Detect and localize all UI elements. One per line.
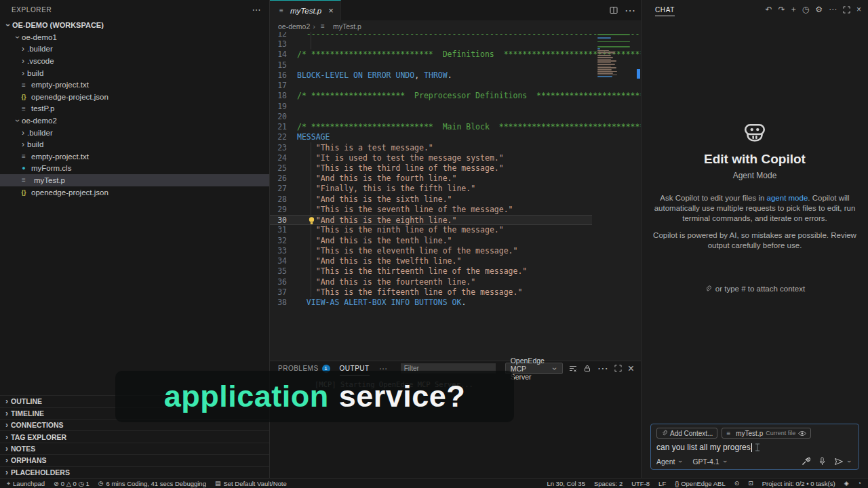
lightbulb-icon[interactable]	[308, 216, 315, 225]
maximize-icon[interactable]	[843, 6, 850, 14]
code-line-25[interactable]: 25 "This is the third line of the messag…	[270, 163, 592, 174]
vault-note-status[interactable]: ▤Set Default Vault/Note	[215, 480, 287, 487]
code-line-29[interactable]: 29 "This is the seventh line of the mess…	[270, 205, 592, 215]
code-line-32[interactable]: 32 "And this is the tenth line."	[270, 236, 592, 246]
code-line-17[interactable]: 17	[270, 81, 592, 91]
tree-item-empty-project-txt[interactable]: ≡empty-project.txt	[0, 150, 269, 163]
code-line-14[interactable]: 14/* ************************** Definiti…	[270, 49, 592, 60]
code-line-13[interactable]: 13	[270, 39, 592, 49]
code-line-19[interactable]: 19	[270, 102, 592, 112]
code-line-33[interactable]: 33 "This is the eleventh line of the mes…	[270, 246, 592, 256]
agent-mode-select[interactable]: Agent›	[656, 458, 683, 466]
encoding[interactable]: UTF-8	[631, 480, 650, 487]
code-line-30[interactable]: 30 "And this is the eighth line."	[270, 215, 592, 225]
section-orphans[interactable]: ›ORPHANS	[0, 454, 269, 466]
code-line-20[interactable]: 20	[270, 112, 592, 122]
code-line-24[interactable]: 24 "It is used to test the message syste…	[270, 153, 592, 163]
maximize-icon[interactable]	[614, 365, 622, 372]
add-context-button[interactable]: Add Context...	[656, 428, 717, 439]
context-file-chip[interactable]: ≡ myTest.p Current file	[722, 428, 811, 439]
breadcrumb-folder[interactable]: oe-demo2	[278, 22, 310, 30]
tree-item-openedge-project-json[interactable]: {}openedge-project.json	[0, 91, 269, 103]
tree-item-build[interactable]: ›build	[0, 67, 269, 79]
tree-item-mytest-p[interactable]: ≡myTest.p	[0, 174, 269, 186]
more-horizontal-icon[interactable]: ⋯	[625, 4, 635, 17]
code-line-12[interactable]: 12 -------------------------------------…	[270, 32, 592, 39]
copilot-status[interactable]: ⊙	[734, 480, 740, 487]
code-line-18[interactable]: 18/* ******************** Preprocessor D…	[270, 91, 592, 101]
clear-output-icon[interactable]	[569, 365, 577, 373]
problems-status[interactable]: ⊘ 0 △ 0 ◷ 1	[54, 480, 90, 487]
cursor-position[interactable]: Ln 30, Col 35	[547, 480, 585, 487]
model-select[interactable]: GPT-4.1›	[692, 458, 727, 466]
tree-item-testp-p[interactable]: ≡testP.p	[0, 103, 269, 115]
split-editor-icon[interactable]	[610, 6, 618, 14]
undo-icon[interactable]: ↶	[766, 5, 772, 14]
tree-item-build[interactable]: ›build	[0, 138, 269, 150]
code-line-31[interactable]: 31 "This is the ninth line of the messag…	[270, 225, 592, 235]
tree-item-builder[interactable]: ›.builder	[0, 127, 269, 139]
more-horizontal-icon[interactable]: ⋯	[597, 362, 608, 375]
send-icon[interactable]: ›	[834, 458, 853, 466]
line-number: 24	[270, 153, 297, 163]
tab-mytest[interactable]: ≡ myTest.p ×	[270, 0, 341, 20]
code-editor[interactable]: 12 -------------------------------------…	[270, 32, 641, 361]
tree-item-builder[interactable]: ›.builder	[0, 43, 269, 56]
workspace-root[interactable]: › OE-DEMO (WORKSPACE)	[0, 19, 269, 31]
code-line-26[interactable]: 26 "And this is the fourth line."	[270, 174, 592, 184]
breadcrumb[interactable]: oe-demo2 › ≡ myTest.p	[270, 20, 641, 32]
minimap[interactable]	[596, 32, 631, 79]
code-line-34[interactable]: 34 "And this is the twelfth line."	[270, 256, 592, 266]
code-line-16[interactable]: 16BLOCK-LEVEL ON ERROR UNDO, THROW.	[270, 70, 592, 81]
tools-icon[interactable]	[802, 457, 810, 466]
section-placeholders[interactable]: ›PLACEHOLDERS	[0, 466, 269, 478]
eol[interactable]: LF	[658, 480, 666, 487]
section-notes[interactable]: ›NOTES	[0, 443, 269, 454]
token: "And this is the sixth line."	[316, 195, 452, 204]
tree-item-oe-demo1[interactable]: ›oe-demo1	[0, 31, 269, 43]
project-init-status[interactable]: Project init: 0/2 • 0 task(s)	[762, 480, 835, 487]
section-tag-explorer[interactable]: ›TAG EXPLORER	[0, 430, 269, 442]
tree-item-empty-project-txt[interactable]: ≡empty-project.txt	[0, 79, 269, 91]
code-line-15[interactable]: 15	[270, 60, 592, 70]
code-line-36[interactable]: 36 "And this is the fourteenth line."	[270, 277, 592, 287]
tree-item-oe-demo2[interactable]: ›oe-demo2	[0, 115, 269, 127]
code-line-37[interactable]: 37 "This is the fifteenth line of the me…	[270, 287, 592, 298]
remote-launchpad[interactable]: ⌖Launchpad	[7, 480, 45, 487]
breadcrumb-file[interactable]: myTest.p	[333, 22, 361, 30]
minimap-line	[597, 60, 616, 62]
indentation[interactable]: Spaces: 2	[594, 480, 623, 487]
code-line-28[interactable]: 28 "And this is the sixth line."	[270, 195, 592, 205]
language-mode[interactable]: {} OpenEdge ABL	[675, 480, 725, 487]
tree-item-openedge-project-json[interactable]: {}openedge-project.json	[0, 186, 269, 199]
tab-chat[interactable]: CHAT	[655, 6, 675, 16]
gear-icon[interactable]: ⚙	[815, 5, 823, 14]
notifications[interactable]: ◈	[844, 480, 849, 487]
tree-item-vscode[interactable]: ›.vscode	[0, 55, 269, 67]
code-line-21[interactable]: 21/* ************************** Main Blo…	[270, 122, 592, 132]
history-icon[interactable]: ◷	[802, 5, 809, 14]
time-tracking-status[interactable]: ◷6 mins Coding, 41 secs Debugging	[98, 480, 206, 487]
close-icon[interactable]: ×	[856, 5, 861, 14]
code-line-35[interactable]: 35 "This is the thirteenth line of the m…	[270, 266, 592, 277]
lock-icon[interactable]	[583, 365, 591, 373]
agent-mode-link[interactable]: agent mode	[767, 194, 808, 202]
code-line-27[interactable]: 27 "Finally, this is the fifth line."	[270, 184, 592, 194]
close-icon[interactable]: ×	[328, 5, 334, 16]
redo-icon[interactable]: ↷	[778, 5, 785, 14]
assistant-status[interactable]: ⊡	[748, 480, 753, 487]
chat-input[interactable]: can you list all my progres	[656, 443, 853, 452]
more-horizontal-icon[interactable]: ⋯	[252, 5, 261, 15]
tree-item-myform-cls[interactable]: ●myForm.cls	[0, 163, 269, 175]
close-icon[interactable]: ×	[628, 363, 634, 375]
code-line-38[interactable]: 38 VIEW-AS ALERT-BOX INFO BUTTONS OK.	[270, 298, 592, 308]
output-channel-select[interactable]: OpenEdge MCP Server ›	[505, 363, 563, 374]
eye-icon[interactable]	[798, 430, 806, 436]
code-line-23[interactable]: 23 "This is a test message."	[270, 143, 592, 153]
more-horizontal-icon[interactable]: ⋯	[829, 5, 837, 14]
chevron-down-icon[interactable]: ›	[846, 458, 852, 466]
mic-icon[interactable]	[818, 457, 826, 466]
code-line-22[interactable]: 22MESSAGE	[270, 132, 592, 142]
feedback[interactable]: ◔	[858, 480, 861, 487]
new-chat-icon[interactable]: +	[791, 5, 796, 14]
